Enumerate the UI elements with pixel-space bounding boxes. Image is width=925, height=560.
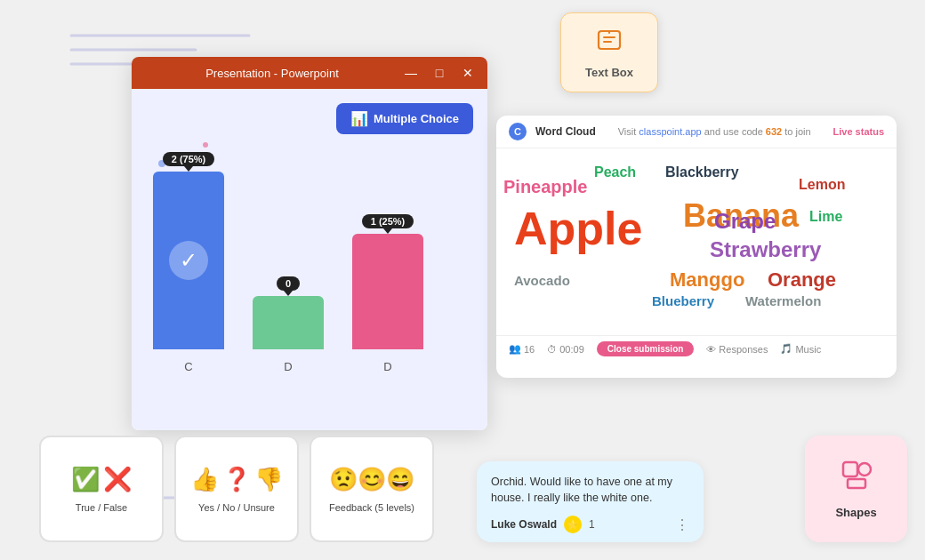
cross-icon: ❌ [103,466,132,493]
star-badge: ⭐ [564,516,582,533]
question-icon: ❓ [222,466,251,493]
word-cloud: Apple Banana Strawberry Blackberry Grape… [496,148,897,335]
svg-rect-9 [843,462,857,476]
word-lemon: Lemon [799,177,845,193]
word-strawberry: Strawberry [710,237,821,262]
word-peach: Peach [594,164,636,180]
participants-number: 16 [524,344,535,355]
yes-no-icons: 👍 ❓ 👎 [190,466,283,493]
wc-title: Word Cloud [535,125,596,138]
classpoint-link[interactable]: classpoint.app [639,126,701,137]
ppt-close-button[interactable]: ✕ [459,64,477,82]
yes-no-label: Yes / No / Unsure [198,502,275,513]
word-lime: Lime [809,209,842,225]
music-label: Music [795,344,821,355]
wordcloud-panel: C Word Cloud Visit classpoint.app and us… [496,116,897,378]
thumbsdown-icon: 👎 [254,466,283,493]
word-pineapple: Pineapple [503,177,587,197]
bar-d2-bottom-label: D [383,360,391,373]
bar-d1-label-top: 0 [277,276,300,291]
word-blueberry: Blueberry [652,293,714,308]
shapes-card[interactable]: Shapes [805,436,907,542]
comment-count: 1 [589,518,595,531]
speedometer-icon: 😟😊😄 [329,466,414,493]
music-item: 🎵 Music [780,343,821,355]
wc-footer: 👥 16 ⏱ 00:09 Close submission 👁 Response… [496,335,897,362]
word-manggo: Manggo [670,268,744,292]
participants-count: 👥 16 [509,343,535,355]
music-icon: 🎵 [780,343,792,355]
bottom-cards: ✅ ❌ True / False 👍 ❓ 👎 Yes / No / Unsure… [39,436,434,542]
word-avocado: Avocado [514,273,570,288]
close-submission-button[interactable]: Close submission [597,341,695,356]
true-false-card[interactable]: ✅ ❌ True / False [39,436,164,542]
bar-c-label-top: 2 (75%) [163,152,215,166]
wc-live-status: Live status [833,126,884,137]
ppt-window: Presentation - Powerpoint — □ ✕ 📊 Multip… [132,57,487,430]
textbox-tooltip[interactable]: Text Box [560,12,658,92]
responses-item: 👁 Responses [706,344,768,355]
responses-label: Responses [719,344,768,355]
clock-icon: ⏱ [547,344,557,355]
textbox-icon [595,26,623,60]
comment-menu-button[interactable]: ⋮ [675,516,689,533]
bar-c: ✓ [153,172,224,349]
chart-area: 📊 Multiple Choice 2 (75%) ✓ C 0 D 1 (25%… [132,89,487,430]
bars-container: 2 (75%) ✓ C 0 D 1 (25%) D [153,124,466,373]
mc-button-label: Multiple Choice [374,112,459,125]
feedback-icons: 😟😊😄 [329,466,414,493]
classpoint-logo: C [509,123,527,140]
svg-point-10 [858,463,871,476]
ppt-minimize-button[interactable]: — [402,64,420,82]
wc-code: 632 [766,126,782,137]
bar-c-group: 2 (75%) ✓ C [153,152,224,373]
comment-user: Luke Oswald [491,518,557,531]
word-watermelon: Watermelon [745,293,821,308]
timer-value: 00:09 [559,344,584,355]
true-false-icons: ✅ ❌ [71,466,132,493]
word-orange: Orange [768,268,836,292]
feedback-label: Feedback (5 levels) [329,502,414,513]
checkmark-icon: ✅ [71,466,100,493]
feedback-card[interactable]: 😟😊😄 Feedback (5 levels) [310,436,434,542]
wc-header: C Word Cloud Visit classpoint.app and us… [496,116,897,148]
word-blackberry: Blackberry [665,164,739,180]
ppt-titlebar: Presentation - Powerpoint — □ ✕ [132,57,487,89]
svg-rect-11 [848,479,865,488]
check-circle: ✓ [169,241,208,280]
yes-no-unsure-card[interactable]: 👍 ❓ 👎 Yes / No / Unsure [174,436,299,542]
textbox-label: Text Box [585,66,633,79]
comment-footer: Luke Oswald ⭐ 1 ⋮ [491,516,689,533]
word-apple: Apple [514,202,642,255]
bar-d2-label-top: 1 (25%) [362,214,414,228]
wc-visit-text: Visit classpoint.app and use code 632 to… [605,126,824,137]
bar-d1-group: 0 D [253,276,324,373]
ppt-maximize-button[interactable]: □ [430,64,448,82]
comment-card: Orchid. Would like to have one at my hou… [477,461,704,543]
bar-d2-group: 1 (25%) D [352,214,423,373]
ppt-title: Presentation - Powerpoint [142,67,402,80]
comment-text: Orchid. Would like to have one at my hou… [491,474,689,508]
bar-c-bottom-label: C [184,360,192,373]
shapes-label: Shapes [835,506,876,519]
eye-icon: 👁 [706,344,716,355]
true-false-label: True / False [76,502,127,513]
bar-d2 [352,234,423,349]
word-grape: Grape [714,209,776,234]
thumbsup-icon: 👍 [190,466,219,493]
ppt-window-controls: — □ ✕ [402,64,477,82]
bar-d1-bottom-label: D [284,360,292,373]
bar-d1 [253,296,324,349]
people-icon: 👥 [509,343,521,355]
shapes-icon [841,460,873,499]
timer-display: ⏱ 00:09 [547,344,584,355]
